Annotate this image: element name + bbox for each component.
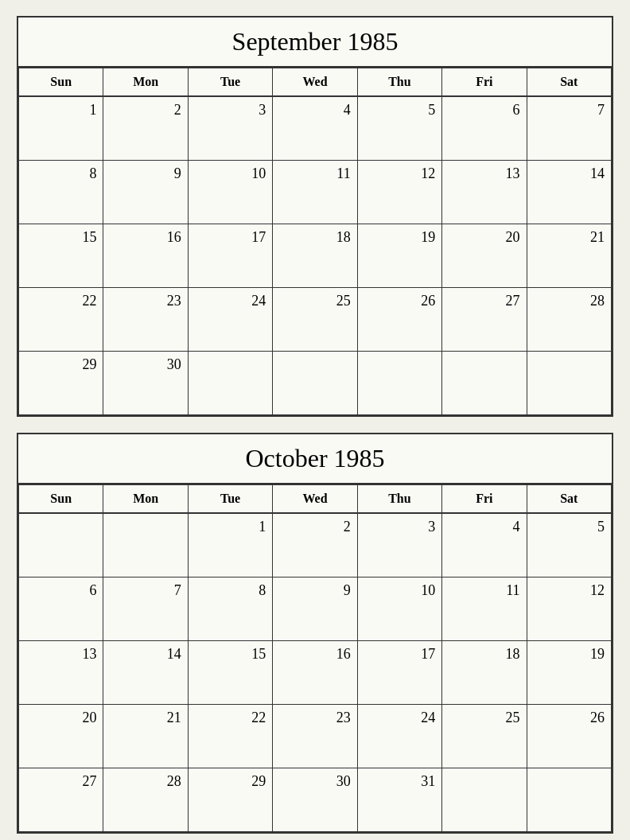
day-cell: 26 [358, 288, 442, 352]
day-cell-empty [358, 352, 442, 415]
day-cell-empty [189, 352, 273, 415]
day-cell: 15 [19, 224, 103, 288]
october-title: October 1985 [18, 434, 612, 484]
day-cell: 28 [103, 768, 188, 832]
day-cell-empty [19, 514, 103, 578]
day-cell: 14 [103, 641, 188, 705]
day-cell-empty [527, 352, 612, 415]
day-cell: 23 [103, 288, 188, 352]
october-calendar: October 1985 Sun Mon Tue Wed Thu Fri Sat… [17, 433, 613, 834]
day-cell: 1 [189, 514, 273, 578]
day-cell: 17 [189, 224, 273, 288]
day-cell: 19 [527, 641, 612, 705]
day-cell: 18 [442, 641, 527, 705]
header-wed: Wed [273, 484, 357, 514]
day-cell: 5 [527, 514, 612, 578]
day-cell: 25 [273, 288, 357, 352]
header-mon: Mon [103, 484, 188, 514]
header-mon: Mon [103, 68, 188, 97]
day-cell: 11 [273, 161, 357, 224]
day-cell-empty [442, 352, 527, 415]
day-cell: 16 [103, 224, 188, 288]
day-cell: 25 [442, 705, 527, 768]
day-cell: 12 [527, 578, 612, 641]
day-cell: 12 [358, 161, 442, 224]
day-cell: 4 [442, 514, 527, 578]
header-sat: Sat [527, 68, 612, 97]
header-thu: Thu [358, 484, 442, 514]
header-fri: Fri [442, 68, 527, 97]
day-cell: 31 [358, 768, 442, 832]
day-cell: 7 [103, 578, 188, 641]
day-cell: 9 [273, 578, 357, 641]
header-sun: Sun [19, 68, 103, 97]
day-cell: 10 [189, 161, 273, 224]
day-cell: 21 [103, 705, 188, 768]
day-cell: 27 [442, 288, 527, 352]
day-cell: 18 [273, 224, 357, 288]
day-cell: 21 [527, 224, 612, 288]
header-tue: Tue [189, 68, 273, 97]
day-cell: 13 [442, 161, 527, 224]
day-cell: 13 [19, 641, 103, 705]
header-fri: Fri [442, 484, 527, 514]
day-cell: 15 [189, 641, 273, 705]
header-thu: Thu [358, 68, 442, 97]
day-cell: 26 [527, 705, 612, 768]
day-cell: 5 [358, 97, 442, 161]
day-cell: 20 [19, 705, 103, 768]
day-cell: 8 [19, 161, 103, 224]
day-cell: 3 [189, 97, 273, 161]
day-cell: 2 [103, 97, 188, 161]
day-cell: 16 [273, 641, 357, 705]
day-cell: 24 [358, 705, 442, 768]
day-cell: 17 [358, 641, 442, 705]
day-cell: 22 [19, 288, 103, 352]
day-cell-empty [103, 514, 188, 578]
day-cell: 4 [273, 97, 357, 161]
day-cell: 23 [273, 705, 357, 768]
day-cell: 22 [189, 705, 273, 768]
day-cell-empty [527, 768, 612, 832]
september-title: September 1985 [18, 18, 612, 68]
day-cell: 29 [189, 768, 273, 832]
day-cell: 6 [442, 97, 527, 161]
day-cell: 11 [442, 578, 527, 641]
day-cell: 20 [442, 224, 527, 288]
header-tue: Tue [189, 484, 273, 514]
day-cell: 7 [527, 97, 612, 161]
day-cell: 30 [273, 768, 357, 832]
day-cell: 14 [527, 161, 612, 224]
day-cell: 27 [19, 768, 103, 832]
day-cell: 6 [19, 578, 103, 641]
september-calendar: September 1985 Sun Mon Tue Wed Thu Fri S… [17, 16, 613, 417]
day-cell: 1 [19, 97, 103, 161]
day-cell: 3 [358, 514, 442, 578]
september-grid: Sun Mon Tue Wed Thu Fri Sat 1 2 3 4 5 6 … [18, 68, 612, 415]
day-cell: 28 [527, 288, 612, 352]
october-grid: Sun Mon Tue Wed Thu Fri Sat 1 2 3 4 5 6 … [18, 484, 612, 832]
day-cell: 24 [189, 288, 273, 352]
day-cell: 10 [358, 578, 442, 641]
header-sat: Sat [527, 484, 612, 514]
day-cell-empty [273, 352, 357, 415]
day-cell: 29 [19, 352, 103, 415]
day-cell: 19 [358, 224, 442, 288]
day-cell-empty [442, 768, 527, 832]
day-cell: 30 [103, 352, 188, 415]
header-wed: Wed [273, 68, 357, 97]
day-cell: 2 [273, 514, 357, 578]
day-cell: 9 [103, 161, 188, 224]
day-cell: 8 [189, 578, 273, 641]
header-sun: Sun [19, 484, 103, 514]
